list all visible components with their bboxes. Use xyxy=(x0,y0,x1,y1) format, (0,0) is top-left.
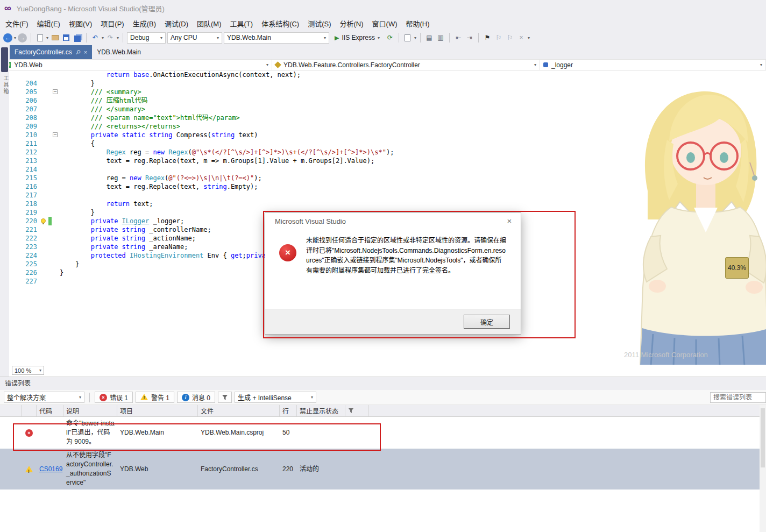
breakpoint-margin[interactable] xyxy=(9,217,22,225)
breakpoint-margin[interactable] xyxy=(9,182,22,191)
save-all-button[interactable] xyxy=(73,33,82,42)
navigate-backward-button[interactable]: ← xyxy=(3,33,12,42)
column-header[interactable]: 禁止显示状态 xyxy=(297,405,345,416)
clear-bookmarks-button[interactable]: × xyxy=(516,33,526,42)
previous-bookmark-button[interactable]: ⚐ xyxy=(494,33,503,42)
column-header[interactable]: 说明 xyxy=(63,405,117,416)
attach-options-dropdown[interactable]: ▾ xyxy=(414,36,416,40)
scope-filter-dropdown[interactable]: 整个解决方案 ▾ xyxy=(4,392,84,403)
breakpoint-margin[interactable] xyxy=(9,157,22,165)
breakpoint-margin[interactable] xyxy=(9,131,22,139)
breakpoint-margin[interactable] xyxy=(9,200,22,208)
undo-dropdown[interactable]: ▾ xyxy=(102,36,104,40)
fold-collapse-icon[interactable]: – xyxy=(53,132,58,137)
open-file-button[interactable] xyxy=(50,33,60,42)
breakpoint-margin[interactable] xyxy=(9,122,22,131)
type-dropdown[interactable]: YDB.Web.Feature.Controllers.FactoryContr… xyxy=(272,60,540,70)
show-whitespace-button[interactable]: ▥ xyxy=(436,33,445,42)
column-header[interactable]: 文件 xyxy=(198,405,280,416)
redo-dropdown[interactable]: ▾ xyxy=(117,36,119,40)
toggle-outlining-button[interactable]: ▤ xyxy=(424,33,434,42)
source-filter-dropdown[interactable]: 生成 + IntelliSense ▾ xyxy=(235,392,316,403)
column-header[interactable] xyxy=(0,405,22,416)
column-filter-funnel-icon[interactable] xyxy=(345,405,369,416)
breakpoint-margin[interactable] xyxy=(9,174,22,182)
warnings-filter-button[interactable]: ! 警告 1 xyxy=(136,392,174,403)
error-list-scrollbar[interactable] xyxy=(760,405,766,532)
menu-item[interactable]: 测试(S) xyxy=(303,16,335,31)
start-debugging-button[interactable]: ▶ IIS Express ▾ xyxy=(331,32,384,44)
zoom-level-dropdown[interactable]: 100 % ▾ xyxy=(12,366,44,375)
column-header[interactable]: 项目 xyxy=(117,405,198,416)
menu-item[interactable]: 窗口(W) xyxy=(368,16,402,31)
navigation-history-dropdown[interactable]: ▾ xyxy=(14,36,16,40)
project-dropdown[interactable]: C# YDB.Web ▾ xyxy=(0,60,272,70)
breakpoint-margin[interactable] xyxy=(9,208,22,217)
toolbox-tab-icon[interactable] xyxy=(1,47,8,72)
undo-button[interactable]: ↶ xyxy=(90,33,100,42)
lightbulb-icon[interactable] xyxy=(41,218,46,223)
pin-icon[interactable]: ⚲ xyxy=(74,48,82,56)
breakpoint-margin[interactable] xyxy=(9,251,22,260)
menu-item[interactable]: 项目(P) xyxy=(96,16,128,31)
menu-item[interactable]: 体系结构(C) xyxy=(257,16,303,31)
menu-item[interactable]: 视图(V) xyxy=(65,16,96,31)
tab-factorycontroller-cs[interactable]: FactoryController.cs⚲× xyxy=(10,45,92,59)
column-header[interactable]: 行 xyxy=(280,405,297,416)
breakpoint-margin[interactable] xyxy=(9,268,22,277)
breakpoint-margin[interactable] xyxy=(9,225,22,234)
refresh-button[interactable]: ⟳ xyxy=(385,33,395,42)
breakpoint-margin[interactable] xyxy=(9,277,22,286)
next-bookmark-button[interactable]: ⚐ xyxy=(505,33,515,42)
solution-configuration-dropdown[interactable]: Debug ▾ xyxy=(127,32,166,44)
new-file-dropdown[interactable]: ▾ xyxy=(46,36,48,40)
ok-button[interactable]: 确定 xyxy=(464,315,510,329)
navigate-forward-button[interactable]: → xyxy=(18,33,27,42)
redo-button[interactable]: ↷ xyxy=(105,33,115,42)
menu-item[interactable]: 编辑(E) xyxy=(33,16,65,31)
dialog-close-button[interactable]: × xyxy=(498,213,521,229)
menu-item[interactable]: 文件(F) xyxy=(1,16,33,31)
toggle-bookmark-button[interactable]: ⚑ xyxy=(483,33,492,42)
error-row[interactable]: !CS0169从不使用字段"FactoryController._authori… xyxy=(0,449,766,490)
toolbox-tab[interactable]: 工具箱 xyxy=(2,75,10,95)
decrease-indent-button[interactable]: ⇤ xyxy=(453,33,463,42)
breakpoint-margin[interactable] xyxy=(9,105,22,114)
error-code-link[interactable]: CS0169 xyxy=(39,465,62,473)
menu-item[interactable]: 团队(M) xyxy=(193,16,226,31)
breakpoint-margin[interactable] xyxy=(9,70,22,79)
new-file-button[interactable] xyxy=(35,33,45,42)
save-button[interactable] xyxy=(61,33,71,42)
breakpoint-margin[interactable] xyxy=(9,96,22,105)
column-header[interactable] xyxy=(22,405,37,416)
breakpoint-margin[interactable] xyxy=(9,148,22,157)
breakpoint-margin[interactable] xyxy=(9,139,22,148)
toolbar-overflow-button[interactable]: ▾ xyxy=(528,36,530,40)
breakpoint-margin[interactable] xyxy=(9,243,22,251)
menu-item[interactable]: 生成(B) xyxy=(129,16,160,31)
breakpoint-margin[interactable] xyxy=(9,79,22,88)
startup-project-dropdown[interactable]: YDB.Web.Main ▾ xyxy=(224,32,329,44)
menu-item[interactable]: 分析(N) xyxy=(336,16,368,31)
search-error-list-input[interactable] xyxy=(710,392,766,403)
attach-options-button[interactable] xyxy=(403,33,413,42)
close-icon[interactable]: × xyxy=(84,49,87,55)
error-row[interactable]: ×命令"bower install"已退出，代码为 9009。YDB.Web.M… xyxy=(0,417,766,449)
breakpoint-margin[interactable] xyxy=(9,191,22,200)
increase-indent-button[interactable]: ⇥ xyxy=(465,33,474,42)
menu-item[interactable]: 帮助(H) xyxy=(402,16,434,31)
messages-filter-button[interactable]: i 消息 0 xyxy=(177,392,215,403)
breakpoint-margin[interactable] xyxy=(9,234,22,243)
tab-ydb-web-main[interactable]: YDB.Web.Main xyxy=(92,45,146,59)
run-target-dropdown[interactable]: ▾ xyxy=(378,36,380,40)
breakpoint-margin[interactable] xyxy=(9,260,22,268)
errors-filter-button[interactable]: × 错误 1 xyxy=(95,392,133,403)
scrollbar-thumb[interactable] xyxy=(761,408,765,467)
fold-collapse-icon[interactable]: – xyxy=(53,89,58,94)
column-header[interactable]: 代码 xyxy=(37,405,63,416)
breakpoint-margin[interactable] xyxy=(9,165,22,174)
breakpoint-margin[interactable] xyxy=(9,114,22,122)
menu-item[interactable]: 工具(T) xyxy=(226,16,258,31)
solution-platform-dropdown[interactable]: Any CPU ▾ xyxy=(167,32,222,44)
menu-item[interactable]: 调试(D) xyxy=(160,16,193,31)
